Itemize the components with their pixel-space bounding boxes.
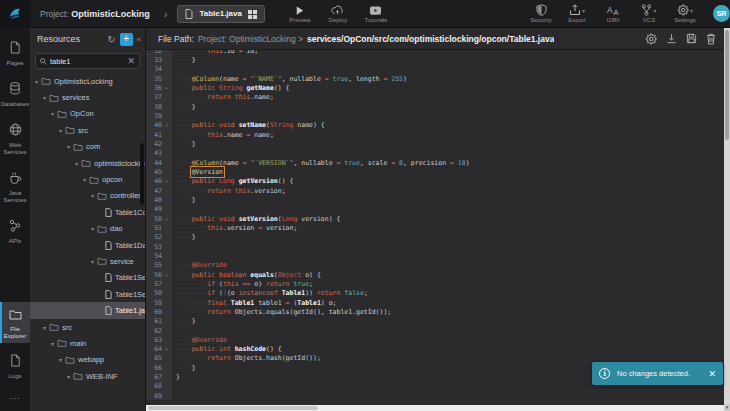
line-number[interactable]: 47 xyxy=(146,186,172,195)
tree-item-controller[interactable]: ▾controller xyxy=(30,188,145,204)
code-line[interactable]: ····public String getName() { xyxy=(172,83,724,92)
code-editor[interactable]: 3233343536▾37383940▾414243444546▾4748495… xyxy=(146,50,724,405)
line-number[interactable]: 55 xyxy=(146,261,172,270)
code-line[interactable]: ····} xyxy=(172,195,724,204)
line-number[interactable]: 50▾ xyxy=(146,214,172,223)
sidebar-item-pages[interactable]: Pages xyxy=(0,36,30,70)
line-number[interactable]: 40▾ xyxy=(146,121,172,130)
code-line[interactable]: ········if (!(o instanceof Table1)) retu… xyxy=(172,289,724,298)
tree-item-table1controller-java[interactable]: Table1Controller.java xyxy=(30,204,145,220)
line-number[interactable]: 39 xyxy=(146,111,172,120)
line-number[interactable]: 62 xyxy=(146,326,172,335)
sidebar-item-file-explorer[interactable]: FileExplorer xyxy=(0,302,30,343)
line-number[interactable]: 66 xyxy=(146,363,172,372)
line-number[interactable]: 53 xyxy=(146,242,172,251)
code-line[interactable]: ········if (this == o) return true; xyxy=(172,279,724,288)
expand-arrow-icon[interactable]: ▾ xyxy=(89,258,96,265)
tree-item-main[interactable]: ▾main xyxy=(30,335,145,351)
expand-arrow-icon[interactable]: ▾ xyxy=(65,373,72,380)
tree-scrollbar[interactable] xyxy=(140,143,144,205)
line-number[interactable]: 57 xyxy=(146,279,172,288)
tree-item-src[interactable]: ▾src xyxy=(30,122,145,138)
line-number[interactable]: 44 xyxy=(146,158,172,167)
save-icon[interactable] xyxy=(686,33,697,44)
expand-arrow-icon[interactable]: ▾ xyxy=(41,94,48,101)
line-number[interactable]: 35 xyxy=(146,74,172,83)
expand-arrow-icon[interactable]: ▾ xyxy=(65,143,72,150)
code-line[interactable] xyxy=(172,205,724,214)
expand-arrow-icon[interactable]: ▾ xyxy=(41,324,48,331)
user-avatar[interactable]: SR xyxy=(713,5,730,22)
code-line[interactable]: ····@Column(name = "`NAME`", nullable = … xyxy=(172,74,724,83)
line-number[interactable]: 67 xyxy=(146,372,172,381)
expand-arrow-icon[interactable]: ▾ xyxy=(57,127,64,134)
line-number[interactable]: 36▾ xyxy=(146,83,172,92)
settings-button[interactable]: ▾Settings xyxy=(668,0,702,28)
download-icon[interactable] xyxy=(666,33,677,44)
code-line[interactable]: ····@Version xyxy=(172,167,724,176)
tree-item-com[interactable]: ▾com xyxy=(30,139,145,155)
toast-close-icon[interactable]: ✕ xyxy=(708,369,716,379)
tree-item-opcon[interactable]: ▾OpCon xyxy=(30,106,145,122)
line-number[interactable]: 46▾ xyxy=(146,177,172,186)
sidebar-item-databases[interactable]: Databases xyxy=(0,77,30,111)
code-content[interactable]: ········this.id = id;····}····@Column(na… xyxy=(172,50,724,400)
sidebar-item-java-services[interactable]: JavaServices xyxy=(0,166,30,207)
code-line[interactable]: ····} xyxy=(172,102,724,111)
preview-button[interactable]: Preview xyxy=(283,0,317,28)
line-number[interactable]: 42 xyxy=(146,139,172,148)
line-number[interactable]: 34 xyxy=(146,65,172,74)
clear-search-icon[interactable]: ✕ xyxy=(127,56,135,66)
line-number[interactable]: 69 xyxy=(146,391,172,400)
more-options-icon[interactable]: ... xyxy=(0,389,30,405)
code-line[interactable]: ········this.version = version; xyxy=(172,223,724,232)
line-number[interactable]: 56▾ xyxy=(146,270,172,279)
line-number[interactable]: 49 xyxy=(146,205,172,214)
line-number[interactable]: 54 xyxy=(146,251,172,260)
code-line[interactable] xyxy=(172,242,724,251)
page-vertical-scrollbar[interactable]: ▾ xyxy=(724,28,730,411)
line-number[interactable]: 33 xyxy=(146,55,172,64)
line-number[interactable]: 61 xyxy=(146,317,172,326)
tutorials-button[interactable]: Tutorials xyxy=(359,0,393,28)
project-breadcrumb[interactable]: Project: OptimisticLocking xyxy=(40,9,150,19)
expand-arrow-icon[interactable]: ▾ xyxy=(33,78,40,85)
code-line[interactable] xyxy=(172,391,724,400)
tree-item-dao[interactable]: ▾dao xyxy=(30,221,145,237)
security-button[interactable]: Security xyxy=(524,0,558,28)
code-line[interactable]: ····@Override xyxy=(172,335,724,344)
code-line[interactable]: ····public void setName(String name) { xyxy=(172,121,724,130)
resource-search[interactable]: ✕ xyxy=(35,53,140,69)
i18n-button[interactable]: АAI18N xyxy=(596,0,630,28)
refresh-icon[interactable]: ↻ xyxy=(107,34,115,45)
line-number[interactable]: 38 xyxy=(146,102,172,111)
tree-item-table1dao-java[interactable]: Table1Dao.java xyxy=(30,237,145,253)
search-input[interactable] xyxy=(50,57,127,66)
code-line[interactable]: ········this.name = name; xyxy=(172,130,724,139)
tree-item-table1serviceimpl-java[interactable]: Table1ServiceImpl.java xyxy=(30,286,145,302)
vcs-button[interactable]: ▾VCS xyxy=(632,0,666,28)
expand-arrow-icon[interactable]: ▾ xyxy=(49,110,56,117)
line-number[interactable]: 37 xyxy=(146,93,172,102)
deploy-button[interactable]: Deploy xyxy=(321,0,355,28)
line-number[interactable]: 45 xyxy=(146,167,172,176)
editor-horizontal-scrollbar[interactable] xyxy=(146,405,724,411)
line-number[interactable]: 51 xyxy=(146,223,172,232)
code-line[interactable] xyxy=(172,111,724,120)
code-line[interactable]: ····} xyxy=(172,139,724,148)
expand-arrow-icon[interactable]: ▾ xyxy=(73,160,80,167)
tree-item-service[interactable]: ▾service xyxy=(30,253,145,269)
sidebar-item-logs[interactable]: Logs xyxy=(0,349,30,383)
line-number[interactable]: 65 xyxy=(146,354,172,363)
expand-arrow-icon[interactable]: ▾ xyxy=(89,192,96,199)
code-line[interactable]: ····@Override xyxy=(172,261,724,270)
line-number[interactable]: 63 xyxy=(146,335,172,344)
code-line[interactable]: ····} xyxy=(172,55,724,64)
tree-item-services[interactable]: ▾services xyxy=(30,89,145,105)
code-line[interactable]: ····public boolean equals(Object o) { xyxy=(172,270,724,279)
code-line[interactable]: ····public Long getVersion() { xyxy=(172,177,724,186)
collapse-panel-icon[interactable]: « xyxy=(137,35,141,44)
line-number[interactable]: 68 xyxy=(146,382,172,391)
line-number[interactable]: 58 xyxy=(146,289,172,298)
line-number[interactable]: 64▾ xyxy=(146,345,172,354)
